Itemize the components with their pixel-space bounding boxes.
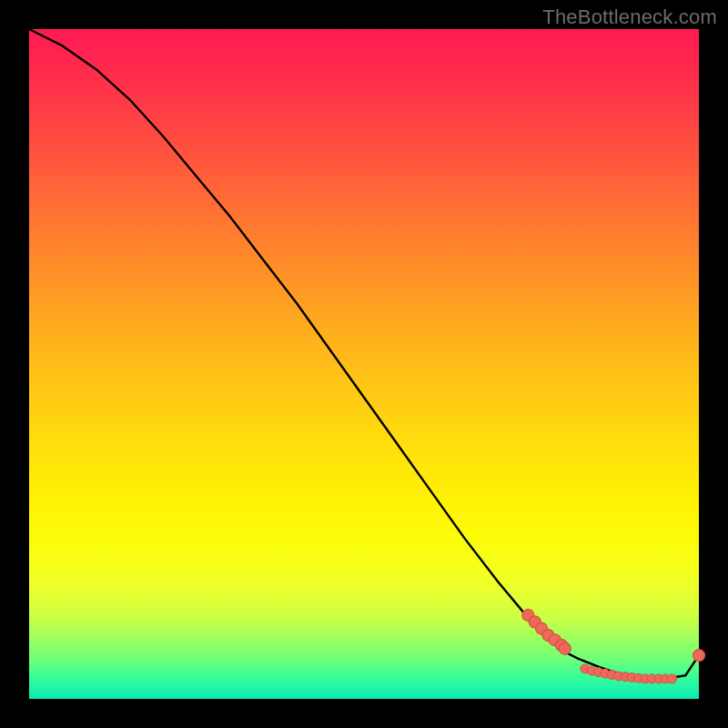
watermark-text: TheBottleneck.com [542,5,717,29]
chart-frame: TheBottleneck.com [0,0,728,728]
bottleneck-curve [29,29,699,679]
data-point [668,674,677,683]
plot-area [29,29,699,699]
data-point [559,642,571,654]
marker-cluster-a [522,610,571,655]
data-point [693,650,705,662]
marker-endpoint [693,650,705,662]
chart-svg [29,29,699,699]
marker-cluster-b [581,664,677,683]
